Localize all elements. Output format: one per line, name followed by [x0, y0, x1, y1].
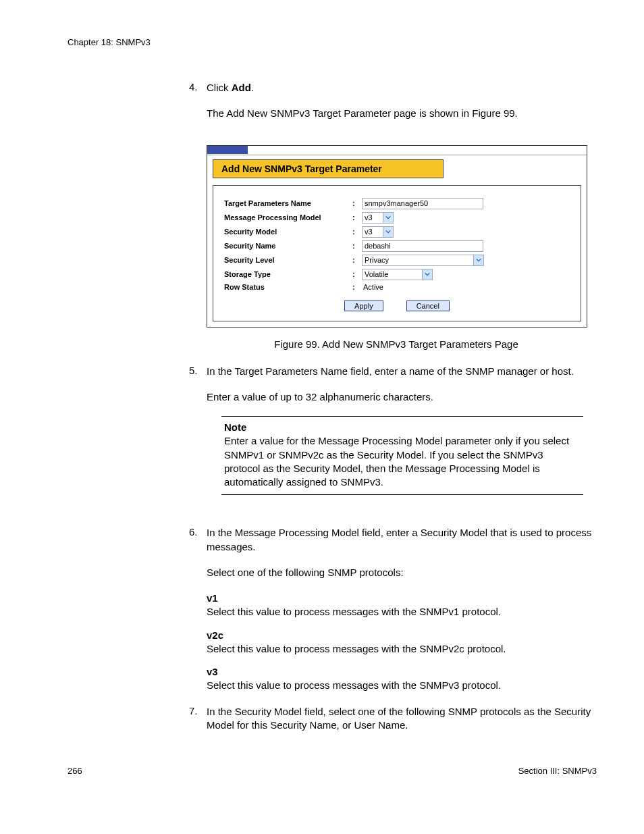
figure-form: Target Parameters Name : Message Process… [213, 185, 581, 321]
figure-titlebar [207, 146, 587, 155]
select-security-model[interactable]: v3 [362, 226, 394, 238]
step-4-followup: The Add New SNMPv3 Target Parameter page… [207, 107, 597, 120]
row-target-params-name: Target Parameters Name : [224, 198, 570, 209]
step-number: 5. [189, 365, 207, 515]
step-text-bold: Add [232, 82, 251, 93]
option-v1-desc: Select this value to process messages wi… [207, 605, 597, 619]
chapter-header: Chapter 18: SNMPv3 [68, 37, 597, 47]
label-security-model: Security Model [224, 228, 352, 236]
section-label: Section III: SNMPv3 [518, 766, 597, 776]
step-7-text: In the Security Model field, select one … [207, 705, 597, 733]
row-security-level: Security Level : Privacy [224, 255, 570, 266]
select-storage-type[interactable]: Volatile [362, 269, 433, 280]
step-number: 7. [189, 705, 207, 733]
step-5: 5. In the Target Parameters Name field, … [189, 365, 597, 515]
note-heading: Note [224, 421, 581, 434]
step-text-suffix: . [251, 82, 254, 93]
figure-caption: Figure 99. Add New SNMPv3 Target Paramet… [207, 338, 586, 350]
input-target-params-name[interactable] [362, 198, 483, 209]
row-storage-type: Storage Type : Volatile [224, 269, 570, 280]
step-5-text: In the Target Parameters Name field, ent… [207, 365, 574, 377]
chevron-down-icon [383, 213, 393, 223]
note-box: Note Enter a value for the Message Proce… [221, 416, 583, 495]
chevron-down-icon [422, 269, 432, 280]
row-security-model: Security Model : v3 [224, 226, 570, 238]
value-row-status: Active [362, 283, 383, 291]
note-body: Enter a value for the Message Processing… [224, 434, 581, 489]
label-message-processing-model: Message Processing Model [224, 213, 352, 221]
step-5-followup: Enter a value of up to 32 alphanumeric c… [207, 390, 597, 404]
step-4: 4. Click Add. The Add New SNMPv3 Target … [189, 81, 597, 133]
label-security-name: Security Name [224, 242, 352, 250]
step-number: 6. [189, 526, 207, 692]
step-6-text: In the Message Processing Model field, e… [207, 527, 591, 552]
step-6: 6. In the Message Processing Model field… [189, 526, 597, 692]
figure-title: Add New SNMPv3 Target Parameter [213, 159, 444, 178]
chevron-down-icon [383, 227, 393, 237]
label-row-status: Row Status [224, 283, 352, 291]
page-number: 266 [68, 766, 82, 776]
option-v3-desc: Select this value to process messages wi… [207, 679, 597, 692]
select-security-level[interactable]: Privacy [362, 255, 484, 266]
row-message-processing-model: Message Processing Model : v3 [224, 212, 570, 224]
cancel-button[interactable]: Cancel [406, 301, 450, 311]
step-6-followup: Select one of the following SNMP protoco… [207, 566, 597, 579]
option-v2c-label: v2c [207, 629, 597, 642]
label-storage-type: Storage Type [224, 270, 352, 278]
figure-panel: Add New SNMPv3 Target Parameter Target P… [207, 145, 587, 328]
chevron-down-icon [473, 255, 483, 265]
label-security-level: Security Level [224, 256, 352, 264]
step-number: 4. [189, 81, 207, 133]
option-v1-label: v1 [207, 592, 597, 605]
select-message-processing-model[interactable]: v3 [362, 212, 394, 224]
label-target-params-name: Target Parameters Name [224, 199, 352, 207]
step-text-prefix: Click [207, 82, 232, 93]
input-security-name[interactable] [362, 240, 483, 252]
row-security-name: Security Name : [224, 240, 570, 252]
option-v3-label: v3 [207, 665, 597, 679]
apply-button[interactable]: Apply [344, 301, 383, 311]
option-v2c-desc: Select this value to process messages wi… [207, 642, 597, 656]
step-7: 7. In the Security Model field, select o… [189, 705, 597, 733]
row-row-status: Row Status : Active [224, 283, 570, 291]
